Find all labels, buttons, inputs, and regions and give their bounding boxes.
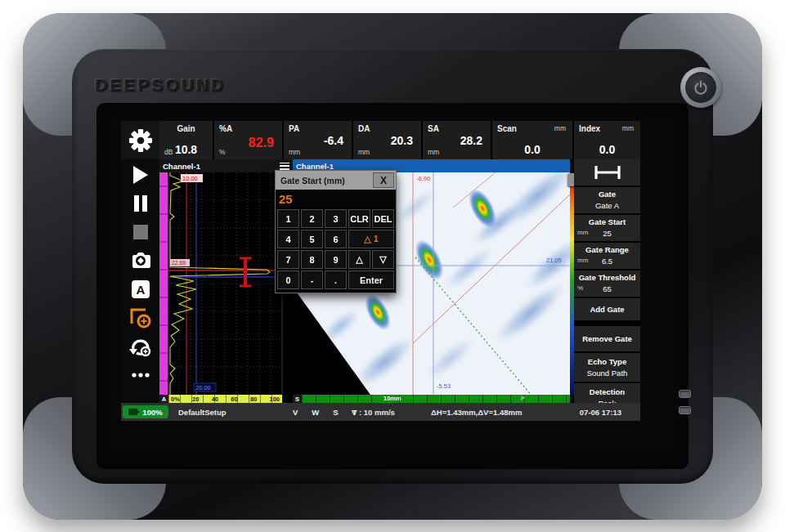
add-gate-button[interactable]: Add Gate xyxy=(574,298,640,320)
delta-readout: ΔH=1.43mm,ΔV=1.48mm xyxy=(431,408,522,417)
ascan-mode-button[interactable]: A xyxy=(127,278,155,301)
index-readout[interactable]: Index mm 0.0 xyxy=(574,121,640,159)
key-2[interactable]: 2 xyxy=(301,209,323,228)
pause-icon xyxy=(132,194,149,212)
gain-value: 10.8 xyxy=(159,143,213,156)
key-9[interactable]: 9 xyxy=(325,250,347,269)
gear-icon xyxy=(128,128,153,153)
gate-select-field[interactable]: Gate Gate A xyxy=(574,187,640,213)
key-del[interactable]: DEL xyxy=(372,209,394,228)
key-3[interactable]: 3 xyxy=(325,209,347,228)
key-enter[interactable]: Enter xyxy=(348,270,394,289)
sscan-axis: S 10mm P xyxy=(293,395,570,403)
sa-value: 28.2 xyxy=(460,134,482,147)
scan-value: 0.0 xyxy=(492,143,572,156)
gate-tool-button[interactable] xyxy=(574,159,640,186)
key-1[interactable]: 1 xyxy=(277,209,299,228)
status-bar: 100% DefaultSetup V W S T V : 10 mm/s ΔH… xyxy=(121,403,640,421)
tick-40: 40 xyxy=(212,396,218,403)
sscan-axis-label: S xyxy=(293,395,302,403)
key-down[interactable]: ▽ xyxy=(372,250,394,269)
ascan-title: Channel-1 xyxy=(163,162,200,171)
refresh-zoom-icon xyxy=(129,336,152,357)
key-0[interactable]: 0 xyxy=(277,270,299,289)
gate-threshold-field[interactable]: Gate Threshold % 65 xyxy=(574,270,640,297)
key-up[interactable]: △ xyxy=(348,250,370,269)
flag-s[interactable]: S xyxy=(333,408,338,417)
tick-80: 80 xyxy=(250,396,257,403)
tick-20: 20 xyxy=(192,396,199,403)
da-value: 20.3 xyxy=(391,134,413,147)
pa-readout[interactable]: PA mm -6.4 xyxy=(284,121,352,159)
amplitude-readout[interactable]: %A % 82.9 xyxy=(214,121,282,159)
tick-0: 0% xyxy=(171,396,180,403)
key-6[interactable]: 6 xyxy=(325,230,347,248)
scan-speed: V : 10 mm/s xyxy=(352,408,395,417)
scan-readout[interactable]: Scan mm 0.0 xyxy=(492,121,572,159)
keypad-titlebar[interactable]: Gate Start (mm) X xyxy=(276,171,396,190)
ascan-plot[interactable]: 10.00 22.69 20.00 xyxy=(159,172,293,395)
refresh-zoom-button[interactable] xyxy=(127,335,155,358)
da-readout[interactable]: DA mm 20.3 xyxy=(353,121,421,159)
sa-readout[interactable]: SA mm 28.2 xyxy=(423,121,491,159)
ascan-color-strip xyxy=(159,172,168,395)
echo-type-value: Sound Path xyxy=(574,369,640,378)
battery-indicator: 100% xyxy=(123,405,168,418)
pause-button[interactable] xyxy=(127,192,155,215)
key-clr[interactable]: CLR xyxy=(348,209,370,228)
snapshot-button[interactable] xyxy=(127,249,155,272)
echo-type-field[interactable]: Echo Type Sound Path xyxy=(574,353,640,382)
pa-unit: mm xyxy=(289,148,300,156)
gate-range-field[interactable]: Gate Range mm 6.5 xyxy=(574,243,640,269)
gain-label: Gain xyxy=(159,124,213,133)
setup-name[interactable]: DefaultSetup xyxy=(178,408,227,417)
gate-field-value: Gate A xyxy=(574,201,640,210)
key-7[interactable]: 7 xyxy=(277,250,299,269)
gate-start-field[interactable]: Gate Start mm 25 xyxy=(574,215,640,241)
index-label: Index xyxy=(579,124,600,133)
pa-label: PA xyxy=(289,124,299,133)
ascan-menu-icon[interactable] xyxy=(280,163,289,170)
play-button[interactable] xyxy=(127,163,155,186)
settings-button[interactable] xyxy=(121,121,159,159)
remove-gate-button[interactable]: Remove Gate xyxy=(574,326,640,351)
ascan-axis-label: A xyxy=(159,395,168,403)
more-button[interactable] xyxy=(127,364,155,387)
pa-value: -6.4 xyxy=(324,134,343,147)
key-step[interactable]: △ 1 xyxy=(348,230,394,248)
gate-threshold-value: 65 xyxy=(574,284,640,293)
app-screen: Gain dB 10.8 %A % 82.9 PA mm -6.4 DA mm … xyxy=(121,121,640,421)
key-dot[interactable]: . xyxy=(325,270,347,289)
stop-button[interactable] xyxy=(127,221,155,244)
index-value: 0.0 xyxy=(574,143,640,156)
da-label: DA xyxy=(358,124,370,133)
sscan-axis-scale: 10mm P xyxy=(302,395,570,403)
brand-logo: DEEPSOUND xyxy=(95,75,226,95)
gate-parameter-panel: Gate Gate A Gate Start mm 25 Gate Range … xyxy=(574,159,640,421)
key-4[interactable]: 4 xyxy=(277,230,299,248)
flag-w[interactable]: W xyxy=(312,408,319,417)
gate-start-value: 25 xyxy=(574,229,640,238)
tick-100: 100 xyxy=(269,396,280,403)
a-letter-icon: A xyxy=(131,279,150,299)
flag-v[interactable]: V xyxy=(293,408,298,417)
power-icon xyxy=(685,72,716,103)
battery-percent: 100% xyxy=(142,408,162,417)
gain-readout[interactable]: Gain dB 10.8 xyxy=(159,121,213,159)
key-5[interactable]: 5 xyxy=(301,230,323,248)
keypad-close-button[interactable]: X xyxy=(373,172,394,188)
sa-unit: mm xyxy=(428,148,439,156)
gate-icon xyxy=(593,165,622,180)
key-8[interactable]: 8 xyxy=(301,250,323,269)
echo-type-label: Echo Type xyxy=(574,357,640,366)
gate-field-label: Gate xyxy=(574,190,640,199)
zoom-area-button[interactable] xyxy=(127,306,155,329)
scan-unit: mm xyxy=(554,124,566,132)
power-button[interactable] xyxy=(680,67,721,108)
key-minus[interactable]: - xyxy=(301,270,323,289)
sscan-p-marker: P xyxy=(521,395,525,402)
ascan-header[interactable]: Channel-1 xyxy=(159,159,293,172)
amplitude-value: 82.9 xyxy=(249,136,274,150)
battery-icon xyxy=(128,409,139,415)
keypad-value[interactable]: 25 xyxy=(276,190,396,208)
